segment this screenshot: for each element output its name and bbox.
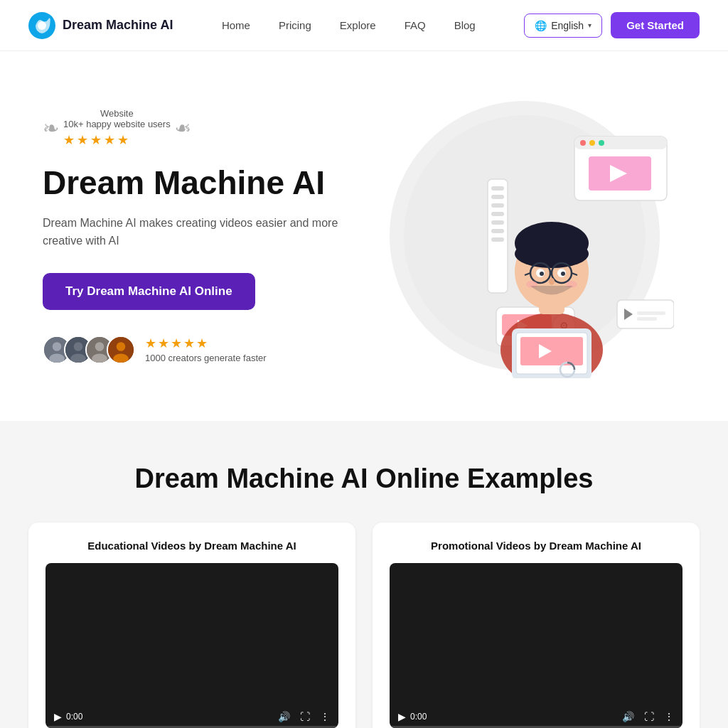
nav-explore[interactable]: Explore (340, 19, 376, 31)
examples-section: Dream Machine AI Online Examples Educati… (0, 421, 728, 728)
svg-point-3 (53, 342, 62, 351)
language-selector[interactable]: 🌐 English ▾ (524, 14, 602, 38)
video-controls-1: ▶ 0:00 🔊 ⛶ ⋮ (46, 705, 338, 728)
language-flag: 🌐 (535, 20, 547, 31)
get-started-button[interactable]: Get Started (611, 12, 700, 38)
hero-title: Dream Machine AI (43, 165, 364, 201)
badge-stars: ★ ★ ★ ★ ★ (63, 132, 171, 148)
svg-point-51 (540, 272, 544, 276)
more-button-1[interactable]: ⋮ (320, 711, 330, 722)
video-card-promotional: Promotional Videos by Dream Machine AI ▶… (373, 523, 700, 728)
hero-left: ❧ Website 10k+ happy website users ★ ★ ★… (43, 108, 364, 364)
badge-count-label: 10k+ happy website users (63, 119, 171, 129)
hero-badge: Website 10k+ happy website users ★ ★ ★ ★… (63, 108, 171, 148)
avatar-4 (107, 336, 135, 364)
social-stars: ★ ★ ★ ★ ★ (145, 336, 267, 351)
more-button-2[interactable]: ⋮ (664, 711, 674, 722)
video-card-title-2: Promotional Videos by Dream Machine AI (390, 540, 682, 552)
video-card-educational: Educational Videos by Dream Machine AI ▶… (28, 523, 355, 728)
time-label-2: 0:00 (410, 712, 427, 722)
nav-links: Home Pricing Explore FAQ Blog (222, 19, 476, 32)
svg-rect-26 (491, 212, 504, 216)
fullscreen-button-2[interactable]: ⛶ (644, 711, 654, 722)
s5: ★ (196, 336, 208, 351)
star-2: ★ (77, 132, 88, 148)
svg-rect-28 (491, 229, 504, 233)
star-4: ★ (104, 132, 115, 148)
svg-point-9 (95, 342, 105, 351)
social-proof: ★ ★ ★ ★ ★ 1000 creators generate faster (43, 336, 364, 364)
nav-blog[interactable]: Blog (454, 19, 476, 31)
nav-right: 🌐 English ▾ Get Started (524, 12, 700, 38)
nav-pricing[interactable]: Pricing (279, 19, 311, 31)
svg-point-19 (599, 140, 604, 146)
navbar: Dream Machine AI Home Pricing Explore FA… (0, 0, 728, 51)
hero-section: ❧ Website 10k+ happy website users ★ ★ ★… (0, 51, 728, 421)
nav-home[interactable]: Home (222, 19, 250, 31)
svg-rect-38 (637, 317, 657, 321)
play-button-1[interactable]: ▶ (54, 711, 62, 722)
logo-icon (28, 12, 55, 39)
volume-button-2[interactable]: 🔊 (622, 711, 634, 722)
hero-illustration: ⚙ (364, 94, 685, 378)
svg-point-17 (580, 140, 586, 146)
svg-rect-37 (637, 311, 665, 315)
svg-rect-24 (491, 195, 504, 199)
svg-point-1 (38, 21, 46, 30)
svg-rect-29 (491, 237, 504, 242)
language-label: English (551, 20, 584, 31)
s2: ★ (158, 336, 169, 351)
controls-row-2: ▶ 0:00 🔊 ⛶ ⋮ (398, 711, 674, 722)
svg-rect-27 (491, 220, 504, 225)
svg-rect-16 (574, 136, 667, 149)
star-1: ★ (63, 132, 75, 148)
fullscreen-button-1[interactable]: ⛶ (300, 711, 310, 722)
laurel-left-icon: ❧ (43, 117, 59, 140)
hero-description: Dream Machine AI makes creating videos e… (43, 214, 364, 250)
svg-point-43 (515, 240, 589, 268)
svg-rect-23 (491, 186, 504, 191)
svg-point-12 (117, 342, 126, 351)
s4: ★ (183, 336, 195, 351)
svg-point-18 (589, 140, 595, 146)
hero-cta-button[interactable]: Try Dream Machine AI Online (43, 273, 255, 310)
s1: ★ (145, 336, 156, 351)
video-controls-2: ▶ 0:00 🔊 ⛶ ⋮ (390, 705, 682, 728)
svg-point-53 (549, 278, 555, 285)
examples-title: Dream Machine AI Online Examples (28, 464, 700, 494)
nav-logo[interactable]: Dream Machine AI (28, 12, 173, 39)
laurel-right-icon: ❧ (175, 117, 191, 140)
examples-grid: Educational Videos by Dream Machine AI ▶… (28, 523, 700, 728)
avatar-group (43, 336, 135, 364)
svg-rect-25 (491, 203, 504, 208)
nav-faq[interactable]: FAQ (405, 19, 426, 31)
svg-point-6 (74, 342, 83, 351)
brand-name: Dream Machine AI (63, 18, 173, 33)
svg-point-52 (561, 272, 565, 276)
chevron-down-icon: ▾ (588, 21, 592, 29)
video-player-2: ▶ 0:00 🔊 ⛶ ⋮ (390, 563, 682, 728)
video-card-title-1: Educational Videos by Dream Machine AI (46, 540, 338, 552)
social-text: ★ ★ ★ ★ ★ 1000 creators generate faster (145, 336, 267, 363)
s3: ★ (171, 336, 182, 351)
star-5: ★ (117, 132, 129, 148)
play-button-2[interactable]: ▶ (398, 711, 406, 722)
illustration-svg: ⚙ (375, 94, 674, 378)
star-3: ★ (90, 132, 102, 148)
time-label-1: 0:00 (66, 712, 82, 722)
hero-badge-container: ❧ Website 10k+ happy website users ★ ★ ★… (43, 108, 364, 148)
controls-row-1: ▶ 0:00 🔊 ⛶ ⋮ (54, 711, 330, 722)
volume-button-1[interactable]: 🔊 (278, 711, 290, 722)
social-label: 1000 creators generate faster (145, 353, 267, 363)
badge-top-label: Website (63, 108, 171, 119)
video-player-1: ▶ 0:00 🔊 ⛶ ⋮ (46, 563, 338, 728)
